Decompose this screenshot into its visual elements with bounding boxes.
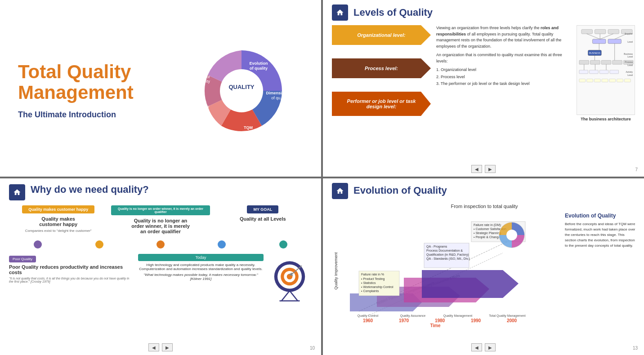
dot-orange (157, 240, 165, 248)
slide-number-4: 13 (633, 346, 638, 351)
card-1-title: Quality makescustomer happy (39, 216, 77, 227)
title-line1: Total Quality (18, 61, 131, 82)
evo-right-text: Before the concepts and ideas of TQM wer… (565, 222, 637, 248)
svg-text:of qu...: of qu... (271, 96, 284, 100)
arrow-organizational: Organizational level: (332, 25, 431, 45)
card-2: Quality is no longer an order winner, it… (111, 205, 210, 236)
donut-svg: QUALITY Evolution of quality Dimensions … (179, 28, 304, 154)
card-3-title: Quality at all Levels (240, 216, 286, 222)
slide-2-title: Levels of Quality (353, 7, 433, 18)
next-btn-4[interactable]: ▶ (485, 343, 496, 351)
slide-2-right: BUSINESS (577, 25, 635, 121)
card-3-badge: MY GOAL (247, 205, 278, 213)
svg-line-57 (282, 291, 290, 301)
svg-text:BUSINESS: BUSINESS (589, 52, 601, 54)
next-btn-2[interactable]: ▶ (485, 165, 496, 173)
home-icon-badge-3 (9, 184, 25, 200)
svg-rect-38 (579, 70, 588, 74)
svg-point-0 (220, 69, 263, 112)
svg-text:QA - Standards (ISO, Mil., Div: QA - Standards (ISO, Mil., Div.) (426, 257, 470, 261)
svg-text:Process: Process (625, 61, 633, 63)
svg-text:QUALITY: QUALITY (228, 84, 254, 90)
today-badge: Today (138, 254, 264, 261)
svg-text:Activity: Activity (626, 71, 633, 73)
dot-purple (34, 240, 42, 248)
slide-1-title: Total Quality Management (18, 62, 171, 103)
slide-4-header: Evolution of Quality (332, 183, 637, 199)
slide-4: Evolution of Quality From inspection to … (323, 178, 644, 355)
svg-rect-23 (608, 39, 622, 44)
svg-rect-31 (590, 60, 600, 64)
poor-badge: Poor Quality (9, 256, 36, 262)
svg-text:Level: Level (627, 74, 633, 76)
target-svg (269, 254, 310, 303)
svg-rect-14 (581, 29, 593, 34)
dot-3 (132, 240, 189, 250)
svg-text:Concepts: Concepts (240, 130, 257, 135)
svg-marker-77 (422, 270, 519, 298)
business-architecture-image: BUSINESS (577, 25, 635, 115)
target-visual (267, 254, 312, 303)
cards-row: Quality makes customer happy Quality mak… (9, 205, 312, 236)
svg-text:• People & Change: • People & Change (474, 235, 500, 239)
svg-text:of quality: of quality (193, 104, 210, 109)
svg-text:Process Documentation &: Process Documentation & (426, 249, 463, 252)
dot-1 (9, 240, 67, 250)
slide-3: Why do we need quality? Quality makes cu… (0, 178, 321, 355)
slide-4-subtitle: From inspection to total quality (332, 204, 637, 209)
slide-number-3: 10 (310, 346, 315, 351)
poor-title: Poor Quality reduces productivity and in… (9, 264, 134, 275)
svg-text:• Strategic Planning: • Strategic Planning (474, 231, 501, 235)
svg-text:Total Quality Management: Total Quality Management (489, 314, 525, 318)
svg-rect-52 (594, 79, 600, 82)
svg-rect-55 (617, 79, 623, 82)
svg-rect-53 (602, 79, 608, 82)
prev-btn-4[interactable]: ◀ (471, 343, 482, 351)
next-btn-3[interactable]: ▶ (162, 343, 173, 351)
bottom-row: Poor Quality Poor Quality reduces produc… (9, 254, 312, 303)
svg-text:QA - Programs: QA - Programs (426, 245, 447, 248)
svg-text:Business: Business (624, 53, 633, 55)
dot-4 (193, 240, 250, 250)
svg-rect-54 (609, 79, 616, 82)
svg-rect-22 (592, 39, 606, 44)
svg-rect-51 (587, 79, 593, 82)
slide-1-left: Total Quality Management The Ultimate In… (18, 62, 171, 120)
slide-4-content: Quality Improvement Time System Function… (332, 213, 637, 329)
svg-text:Failure rate in (DM):: Failure rate in (DM): (474, 223, 501, 227)
svg-text:SQM: SQM (216, 129, 227, 134)
svg-rect-30 (579, 60, 589, 64)
home-icon-4 (336, 187, 344, 195)
svg-text:of quality: of quality (250, 66, 268, 71)
svg-text:Supplier: Supplier (625, 33, 633, 35)
dots-row (9, 240, 312, 250)
svg-rect-16 (608, 29, 619, 34)
poor-quote: "It is not quality that costs, it is all… (9, 277, 134, 283)
evo-right-title: Evolution of Quality (565, 213, 637, 219)
today-text: High technology and complicated products… (138, 263, 264, 271)
dot-5 (255, 240, 312, 250)
svg-text:Quality Control: Quality Control (358, 314, 379, 318)
card-3: MY GOAL Quality at all Levels (214, 205, 312, 236)
svg-rect-41 (610, 70, 619, 74)
arch-svg: BUSINESS (577, 26, 635, 115)
svg-text:Qualification (in R&D, Factory: Qualification (in R&D, Factory) (426, 253, 469, 257)
slide-1: Total Quality Management The Ultimate In… (0, 0, 321, 177)
svg-text:Dimensions: Dimensions (266, 91, 289, 95)
slide-2-header: Levels of Quality (332, 4, 635, 21)
card-1-badge: Quality makes customer happy (22, 205, 94, 213)
slide-2-description: Viewing an organization from three level… (436, 25, 571, 121)
prev-btn-3[interactable]: ◀ (148, 343, 159, 351)
slide-3-header: Why do we need quality? (9, 184, 312, 201)
prev-btn-2[interactable]: ◀ (471, 165, 482, 173)
slide-2-content: Organizational level: Process level: Per… (332, 25, 635, 121)
home-icon-badge (332, 4, 348, 21)
svg-text:Failure rate in %: Failure rate in % (361, 273, 384, 276)
slide-3-nav: ◀ ▶ (0, 343, 321, 351)
svg-rect-39 (590, 70, 599, 74)
description-para2: An organization that is committed to qua… (436, 52, 571, 64)
card-2-title: Quality is no longer anorder winner, it … (131, 218, 190, 234)
dot-2 (70, 240, 128, 250)
dot-blue (218, 240, 226, 248)
svg-line-58 (290, 291, 298, 301)
